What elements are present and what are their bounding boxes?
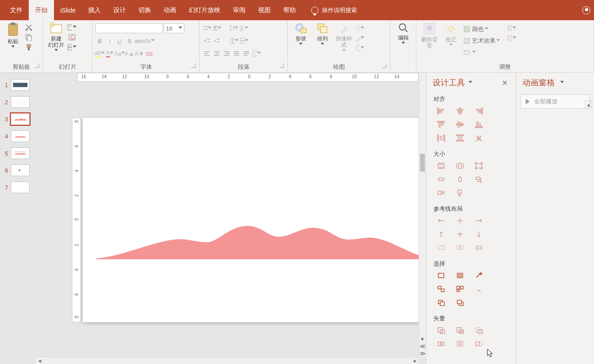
same-size-icon[interactable] bbox=[470, 160, 487, 172]
compress-button[interactable] bbox=[462, 48, 471, 57]
highlight-button[interactable]: ab bbox=[95, 49, 104, 58]
tab-insert[interactable]: 插入 bbox=[82, 0, 107, 20]
select-rect-icon[interactable] bbox=[433, 270, 450, 281]
remove-bg-button[interactable]: 删除背景 bbox=[419, 21, 440, 50]
strike-button[interactable]: abc bbox=[135, 36, 144, 45]
slide-thumbnail-7[interactable] bbox=[11, 182, 30, 193]
chevron-down-icon[interactable] bbox=[469, 81, 472, 84]
height-to-icon[interactable] bbox=[451, 173, 469, 185]
select-similar-icon[interactable] bbox=[451, 283, 469, 295]
align-middle-icon[interactable] bbox=[451, 119, 469, 130]
guide-grid1-icon[interactable] bbox=[433, 242, 450, 253]
scrollbar-thumb[interactable] bbox=[420, 154, 425, 172]
grow-font-button[interactable]: A▲ bbox=[125, 49, 134, 58]
scroll-down-icon[interactable]: ▾ bbox=[419, 335, 426, 342]
slide-thumbnail-1[interactable] bbox=[11, 79, 30, 91]
color-button[interactable] bbox=[462, 25, 471, 34]
same-height-icon[interactable] bbox=[451, 160, 469, 172]
vector-subtract-icon[interactable] bbox=[470, 324, 487, 336]
change-picture-button[interactable] bbox=[507, 24, 516, 33]
font-color-button[interactable]: A bbox=[105, 49, 114, 58]
chevron-down-icon[interactable] bbox=[560, 81, 564, 84]
paste-button[interactable]: 粘贴 bbox=[3, 21, 23, 50]
bold-button[interactable]: B bbox=[95, 36, 104, 45]
distribute-v-icon[interactable] bbox=[451, 132, 469, 144]
next-slide-icon[interactable]: ≫ bbox=[419, 350, 426, 357]
select-front-icon[interactable] bbox=[433, 297, 450, 308]
justify-button[interactable] bbox=[232, 49, 241, 58]
scroll-up-icon[interactable]: ▴ bbox=[585, 101, 592, 108]
quick-styles-button[interactable]: 快速样式 bbox=[334, 21, 354, 53]
reset-picture-button[interactable] bbox=[507, 34, 516, 43]
guide-grid3-icon[interactable] bbox=[470, 242, 487, 253]
cut-button[interactable] bbox=[24, 23, 33, 32]
tab-islide[interactable]: iSlide bbox=[54, 0, 82, 20]
mountain-shape[interactable] bbox=[96, 223, 426, 259]
dialog-launcher-icon[interactable] bbox=[35, 63, 39, 68]
vector-union-icon[interactable] bbox=[433, 324, 450, 336]
select-group-icon[interactable] bbox=[433, 283, 450, 295]
swap-size-icon[interactable] bbox=[470, 173, 487, 185]
align-center-button[interactable] bbox=[212, 49, 221, 58]
close-icon[interactable]: ✕ bbox=[500, 79, 509, 87]
scroll-right-icon[interactable]: ▸ bbox=[411, 357, 419, 364]
tab-view[interactable]: 视图 bbox=[252, 0, 277, 20]
select-back-icon[interactable] bbox=[451, 297, 469, 308]
new-slide-button[interactable]: 新建 幻灯片 bbox=[46, 21, 67, 53]
same-width-icon[interactable] bbox=[433, 160, 450, 172]
tell-me-search[interactable]: 操作说明搜索 bbox=[311, 0, 357, 20]
scale-h-icon[interactable] bbox=[451, 187, 469, 199]
font-size-combo[interactable]: 18 bbox=[164, 23, 184, 33]
tab-design[interactable]: 设计 bbox=[107, 0, 132, 20]
scroll-left-icon[interactable]: ◂ bbox=[36, 357, 43, 364]
guide-center-icon[interactable] bbox=[451, 215, 469, 226]
slide-thumbnail-4[interactable] bbox=[11, 130, 30, 142]
tab-slideshow[interactable]: 幻灯片放映 bbox=[183, 0, 227, 20]
smartart-button[interactable] bbox=[252, 49, 261, 58]
reset-button[interactable] bbox=[67, 33, 76, 42]
arrange-button[interactable]: 排列 bbox=[312, 21, 333, 47]
guide-bottom-icon[interactable] bbox=[470, 228, 487, 240]
slide-thumbnail-2[interactable] bbox=[11, 96, 30, 108]
vertical-scrollbar[interactable]: ▾ ≪ ≫ bbox=[419, 73, 426, 357]
section-button[interactable] bbox=[67, 43, 76, 52]
horizontal-scrollbar[interactable]: ◂ ▸ bbox=[36, 357, 419, 364]
select-magic-icon[interactable] bbox=[470, 270, 487, 281]
text-direction-button[interactable]: ‖A bbox=[239, 24, 248, 33]
decrease-indent-button[interactable] bbox=[202, 36, 211, 45]
char-spacing-button[interactable]: AV bbox=[145, 36, 154, 45]
layout-button[interactable] bbox=[67, 23, 76, 32]
width-to-icon[interactable] bbox=[433, 173, 450, 185]
font-name-combo[interactable] bbox=[95, 23, 163, 33]
account-button[interactable] bbox=[582, 0, 590, 20]
columns-button[interactable] bbox=[229, 36, 238, 45]
slide-thumbnail-3[interactable] bbox=[11, 113, 30, 125]
scale-w-icon[interactable] bbox=[433, 187, 450, 199]
play-all-button[interactable]: 全部播放 bbox=[521, 94, 590, 109]
guide-right-icon[interactable] bbox=[470, 215, 487, 226]
slide-edit-area[interactable]: 16 14 12 10 8 6 4 2 0 2 4 6 8 10 12 14 8… bbox=[36, 73, 426, 364]
tab-review[interactable]: 审阅 bbox=[227, 0, 252, 20]
shape-outline-button[interactable] bbox=[355, 34, 364, 43]
distribute-button[interactable] bbox=[242, 49, 251, 58]
dialog-launcher-icon[interactable] bbox=[191, 63, 196, 68]
tab-home[interactable]: 开始 bbox=[29, 0, 54, 20]
shape-fill-button[interactable] bbox=[355, 24, 364, 33]
align-left-button[interactable] bbox=[202, 49, 211, 58]
guide-left-icon[interactable] bbox=[433, 215, 450, 226]
italic-button[interactable]: I bbox=[105, 36, 114, 45]
guide-top-icon[interactable] bbox=[433, 228, 450, 240]
shapes-button[interactable]: 形状 bbox=[290, 21, 311, 47]
slide-canvas[interactable] bbox=[83, 118, 426, 322]
numbering-button[interactable]: 12 bbox=[212, 24, 221, 33]
clear-format-button[interactable] bbox=[145, 49, 154, 58]
corrections-button[interactable]: 校正 bbox=[441, 21, 461, 48]
vector-combine-icon[interactable] bbox=[433, 338, 450, 350]
guide-grid2-icon[interactable] bbox=[451, 242, 469, 253]
slide-thumbnail-5[interactable] bbox=[11, 147, 30, 159]
align-right-button[interactable] bbox=[222, 49, 231, 58]
increase-indent-button[interactable] bbox=[212, 36, 221, 45]
select-pointer-icon[interactable] bbox=[470, 283, 487, 295]
format-painter-button[interactable] bbox=[24, 43, 33, 52]
vector-fragment-icon[interactable] bbox=[451, 338, 469, 350]
